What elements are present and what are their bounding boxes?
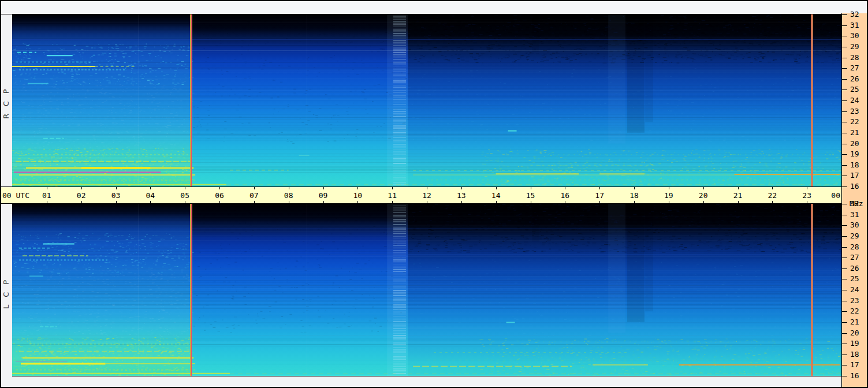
lcp-panel-label: LCP [2,268,13,314]
freq-tick [842,58,847,58]
time-hour-tick [47,187,47,189]
freq-tick-label: 28 [850,54,859,62]
time-axis: 00 UTC 00 010203040506070809101112131415… [1,186,841,204]
time-hour-tick [219,201,220,203]
freq-tick-label: 22 [850,307,859,315]
time-hour-label: 11 [388,191,397,200]
freq-tick-label: 30 [850,32,859,40]
rcp-spectrogram [12,14,841,186]
time-hour-label: 02 [77,191,86,200]
time-hour-label: 21 [733,191,743,200]
freq-tick-label: 32 [850,200,859,208]
freq-tick-label: 19 [850,150,859,158]
time-hour-label: 04 [146,191,155,200]
time-hour-label: 13 [457,191,466,200]
freq-tick [842,279,847,279]
time-hour-tick [703,187,704,189]
freq-tick [842,258,847,258]
freq-tick-label: 24 [850,96,859,105]
time-hour-label: 22 [768,191,777,200]
time-hour-tick [772,187,773,189]
time-hour-label: 03 [111,191,121,200]
freq-tick [842,165,847,166]
time-hour-tick [185,187,185,189]
freq-tick-label: 23 [850,107,859,115]
time-hour-tick [392,201,393,203]
freq-tick-label: 21 [850,129,859,137]
time-hour-label: 10 [353,191,363,200]
freq-tick [842,36,847,36]
time-hour-tick [392,187,393,189]
freq-tick-label: 27 [850,253,859,262]
time-hour-tick [669,201,669,203]
freq-tick-label: 25 [850,275,859,283]
time-hour-tick [807,187,807,189]
freq-tick [842,225,847,226]
freq-tick-label: 24 [850,286,859,294]
freq-tick [842,122,847,122]
time-hour-label: 08 [284,191,293,200]
time-hour-tick [116,187,117,189]
freq-tick-label: 29 [850,43,859,51]
freq-tick [842,144,847,144]
time-hour-tick [150,201,151,203]
freq-tick [842,176,847,176]
time-hour-label: 23 [802,191,811,200]
freq-tick [842,247,847,248]
time-hour-tick [357,187,358,189]
title-bar: AJ4CO Observatory 27 Jul 2019 - DPS on T… [1,1,867,14]
freq-tick-label: 29 [850,232,859,240]
freq-tick [842,100,847,101]
freq-tick-label: 22 [850,118,859,126]
time-hour-tick [254,187,255,189]
time-hour-tick [357,201,358,203]
freq-tick-label: 20 [850,140,859,148]
freq-tick [842,333,847,334]
freq-tick [842,68,847,69]
freq-tick [842,268,847,269]
time-hour-tick [496,187,497,189]
time-hour-tick [599,201,600,203]
freq-tick-label: 25 [850,85,859,94]
time-hour-label: 20 [699,191,708,200]
freq-tick-label: 18 [850,161,859,169]
time-hour-tick [289,201,289,203]
lcp-spectrogram [12,204,841,376]
freq-tick [842,215,847,215]
freq-tick [842,47,847,47]
time-hour-tick [496,201,497,203]
freq-tick [842,290,847,290]
freq-tick [842,14,847,15]
freq-tick-label: 27 [850,64,859,72]
time-hour-label: 14 [491,191,501,200]
freq-tick-label: 26 [850,75,859,83]
time-hour-tick [669,187,669,189]
time-hour-tick [807,201,807,203]
freq-tick [842,133,847,133]
time-hour-tick [531,187,531,189]
freq-tick [842,301,847,301]
freq-tick-label: 26 [850,264,859,273]
freq-tick-label: 19 [850,339,859,348]
time-hour-label: 17 [595,191,604,200]
time-hour-label: 05 [180,191,189,200]
time-hour-tick [289,187,289,189]
freq-tick [842,236,847,237]
freq-tick [842,111,847,112]
time-hour-tick [81,187,82,189]
freq-tick [842,322,847,323]
freq-tick-label: 31 [850,21,859,29]
time-hour-tick [461,187,462,189]
time-hour-tick [634,201,635,203]
freq-tick [842,154,847,155]
freq-tick [842,204,847,204]
time-hour-label: 07 [249,191,259,200]
time-hour-label: 16 [561,191,570,200]
time-hour-tick [772,201,773,203]
time-hour-tick [323,201,324,203]
time-hour-tick [427,187,427,189]
time-hour-tick [738,187,739,189]
time-hour-tick [531,201,531,203]
rcp-panel-label: RCP [2,77,13,124]
time-axis-start-label: 00 UTC [2,191,29,200]
